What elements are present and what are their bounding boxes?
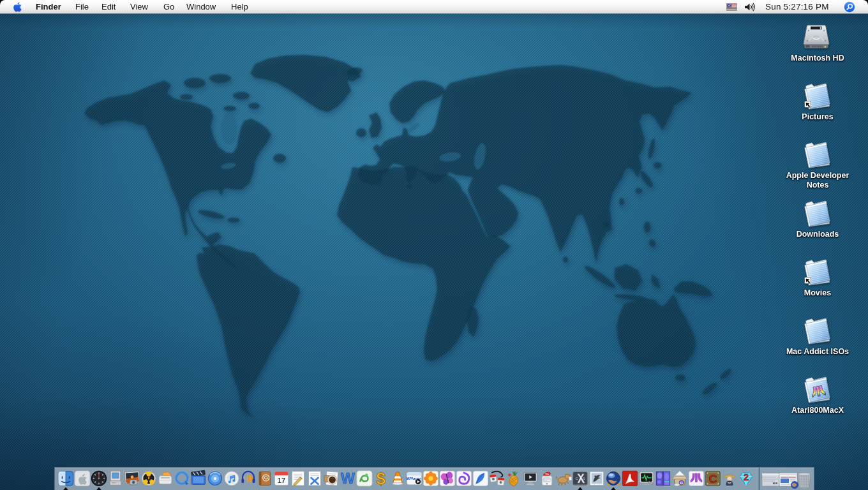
svg-text:C: C xyxy=(575,477,578,480)
svg-text:$: $ xyxy=(377,469,386,488)
svg-text:C: C xyxy=(709,473,717,486)
svg-text:W: W xyxy=(341,470,355,487)
svg-text:G: G xyxy=(680,480,683,485)
svg-text:2: 2 xyxy=(744,472,749,482)
svg-text:17: 17 xyxy=(278,477,285,484)
svg-text:S: S xyxy=(583,477,585,480)
